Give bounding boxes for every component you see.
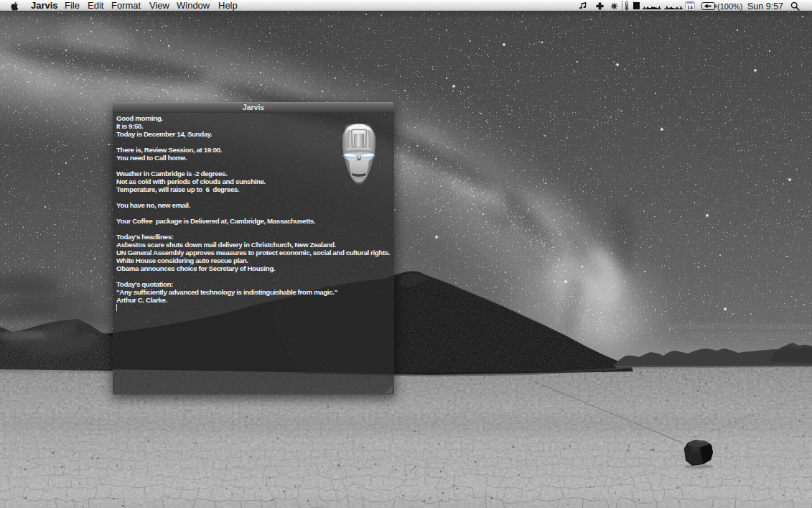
svg-text:14: 14 [687, 5, 693, 10]
